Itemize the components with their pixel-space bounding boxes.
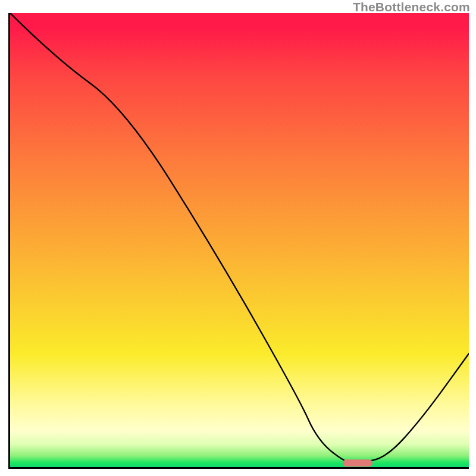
bottleneck-curve (10, 13, 469, 462)
chart-container: TheBottleneck.com (0, 0, 476, 476)
optimum-marker (343, 459, 372, 466)
plot-area (8, 13, 469, 469)
watermark-text: TheBottleneck.com (353, 0, 470, 14)
curve-layer (10, 13, 469, 467)
